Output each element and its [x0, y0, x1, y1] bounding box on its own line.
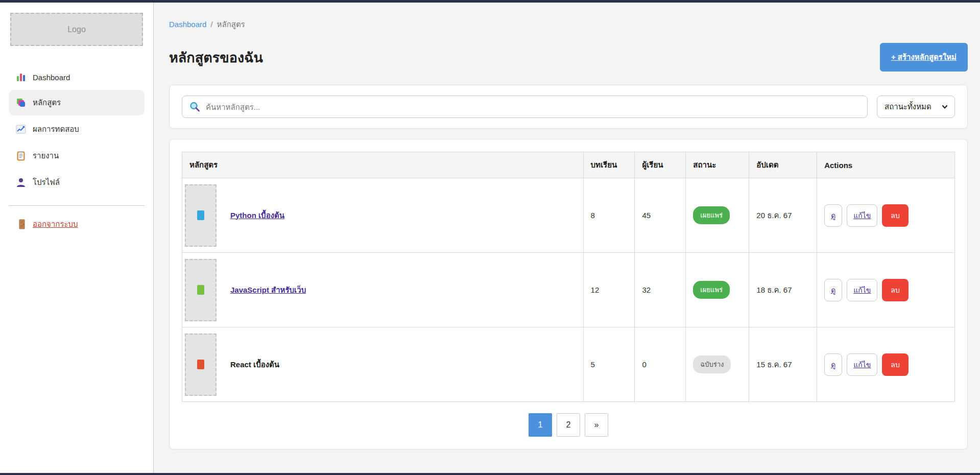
status-cell: เผยแพร่ — [686, 253, 749, 327]
column-header-actions: Actions — [817, 152, 955, 178]
sidebar-item-dashboard[interactable]: Dashboard — [9, 65, 145, 89]
actions-cell: ดูแก้ไขลบ — [817, 253, 955, 327]
breadcrumb-dashboard-link[interactable]: Dashboard — [169, 20, 206, 29]
course-thumbnail — [185, 184, 217, 247]
view-button-label: ดู — [831, 361, 835, 369]
bottom-accent-bar — [0, 473, 980, 475]
edit-button-label: แก้ไข — [853, 361, 871, 369]
course-thumbnail — [185, 334, 217, 396]
search-wrap — [182, 96, 868, 118]
table-header-row: หลักสูตร บทเรียน ผู้เรียน สถานะ อัปเดต A… — [182, 152, 955, 178]
sidebar-item-label: ผลการทดสอบ — [33, 123, 79, 135]
bar-chart-icon — [16, 72, 26, 82]
breadcrumb: Dashboard/หลักสูตร — [169, 18, 968, 31]
status-badge: ฉบับร่าง — [693, 355, 731, 373]
chevron-down-icon — [941, 103, 948, 110]
page-title: หลักสูตรของฉัน — [169, 46, 263, 68]
logout-label: ออกจากระบบ — [33, 218, 78, 230]
status-filter-value: สถานะทั้งหมด — [885, 101, 931, 113]
pagination: 1 2 » — [182, 413, 955, 437]
updated-date: 18 ธ.ค. 67 — [749, 253, 817, 327]
door-icon — [17, 219, 27, 229]
logout-link[interactable]: ออกจากระบบ — [10, 215, 143, 233]
edit-button[interactable]: แก้ไข — [847, 279, 877, 301]
view-button-label: ดู — [831, 286, 835, 294]
view-button[interactable]: ดู — [824, 353, 842, 376]
page-header: หลักสูตรของฉัน + สร้างหลักสูตรใหม่ — [169, 43, 968, 72]
column-header-students: ผู้เรียน — [635, 152, 686, 178]
course-color-square-icon — [197, 210, 204, 220]
column-header-course: หลักสูตร — [182, 152, 584, 178]
updated-date: 15 ธ.ค. 67 — [749, 327, 817, 402]
sidebar: Logo Dashboard หลักสูตร ผลการทดสอบ — [0, 3, 154, 473]
course-title[interactable]: JavaScript สำหรับเว็บ — [230, 284, 306, 296]
breadcrumb-current: หลักสูตร — [217, 20, 245, 29]
main-content: Dashboard/หลักสูตร หลักสูตรของฉัน + สร้า… — [154, 3, 980, 473]
course-title[interactable]: Python เบื้องต้น — [230, 209, 284, 222]
column-header-updated: อัปเดต — [749, 152, 817, 178]
course-cell: JavaScript สำหรับเว็บ — [182, 253, 584, 327]
filter-bar: สถานะทั้งหมด — [169, 85, 968, 129]
sidebar-item-reports[interactable]: รายงาน — [9, 143, 145, 169]
status-badge: เผยแพร่ — [693, 206, 730, 224]
view-button[interactable]: ดู — [824, 204, 842, 227]
pagination-page-2[interactable]: 2 — [557, 413, 580, 437]
logo-placeholder: Logo — [10, 13, 143, 46]
app-layout: Logo Dashboard หลักสูตร ผลการทดสอบ — [0, 3, 980, 473]
sidebar-divider — [9, 205, 145, 206]
delete-button[interactable]: ลบ — [882, 353, 908, 376]
chart-up-icon — [16, 124, 26, 134]
delete-button[interactable]: ลบ — [882, 279, 908, 301]
lessons-count: 8 — [583, 178, 635, 253]
table-row: React เบื้องต้น50ฉบับร่าง15 ธ.ค. 67ดูแก้… — [182, 327, 955, 402]
sidebar-item-profile[interactable]: โปรไฟล์ — [9, 170, 145, 195]
breadcrumb-separator: / — [210, 20, 212, 29]
actions-cell: ดูแก้ไขลบ — [817, 327, 955, 402]
table-row: JavaScript สำหรับเว็บ1232เผยแพร่18 ธ.ค. … — [182, 253, 955, 327]
create-course-button[interactable]: + สร้างหลักสูตรใหม่ — [880, 43, 968, 72]
course-color-square-icon — [197, 285, 204, 295]
edit-button-label: แก้ไข — [853, 286, 871, 294]
course-table-body: Python เบื้องต้น845เผยแพร่20 ธ.ค. 67ดูแก… — [182, 178, 955, 402]
status-cell: ฉบับร่าง — [686, 327, 749, 402]
pagination-next[interactable]: » — [585, 413, 608, 437]
column-header-lessons: บทเรียน — [583, 152, 635, 178]
logo-text: Logo — [67, 25, 86, 34]
view-button[interactable]: ดู — [824, 279, 842, 301]
students-count: 0 — [635, 327, 686, 402]
sidebar-item-label: โปรไฟล์ — [33, 176, 60, 188]
sidebar-item-label: Dashboard — [33, 73, 70, 82]
actions-cell: ดูแก้ไขลบ — [817, 178, 955, 253]
person-icon — [16, 177, 26, 187]
course-cell: Python เบื้องต้น — [182, 178, 584, 253]
table-row: Python เบื้องต้น845เผยแพร่20 ธ.ค. 67ดูแก… — [182, 178, 955, 253]
status-filter-select[interactable]: สถานะทั้งหมด — [877, 96, 955, 118]
sidebar-item-label: หลักสูตร — [33, 97, 61, 109]
students-count: 45 — [635, 178, 686, 253]
column-header-status: สถานะ — [686, 152, 749, 178]
clipboard-icon — [16, 151, 26, 161]
updated-date: 20 ธ.ค. 67 — [749, 178, 817, 253]
books-icon — [16, 98, 26, 108]
students-count: 32 — [635, 253, 686, 327]
course-thumbnail — [185, 259, 217, 321]
course-color-square-icon — [197, 360, 204, 369]
status-cell: เผยแพร่ — [686, 178, 749, 253]
view-button-label: ดู — [831, 211, 835, 220]
course-table: หลักสูตร บทเรียน ผู้เรียน สถานะ อัปเดต A… — [182, 152, 955, 402]
course-table-card: หลักสูตร บทเรียน ผู้เรียน สถานะ อัปเดต A… — [169, 139, 968, 449]
pagination-page-1[interactable]: 1 — [529, 413, 552, 437]
sidebar-item-label: รายงาน — [33, 150, 59, 162]
edit-button[interactable]: แก้ไข — [847, 353, 877, 376]
course-title: React เบื้องต้น — [230, 359, 279, 371]
edit-button-label: แก้ไข — [853, 211, 871, 220]
sidebar-item-courses[interactable]: หลักสูตร — [9, 90, 145, 115]
sidebar-item-test-results[interactable]: ผลการทดสอบ — [9, 116, 145, 142]
lessons-count: 12 — [583, 253, 635, 327]
sidebar-menu: Dashboard หลักสูตร ผลการทดสอบ รายงาน — [10, 65, 143, 195]
status-badge: เผยแพร่ — [693, 281, 730, 299]
course-cell: React เบื้องต้น — [182, 327, 584, 402]
edit-button[interactable]: แก้ไข — [847, 204, 877, 227]
delete-button[interactable]: ลบ — [882, 204, 908, 227]
search-input[interactable] — [182, 96, 868, 118]
